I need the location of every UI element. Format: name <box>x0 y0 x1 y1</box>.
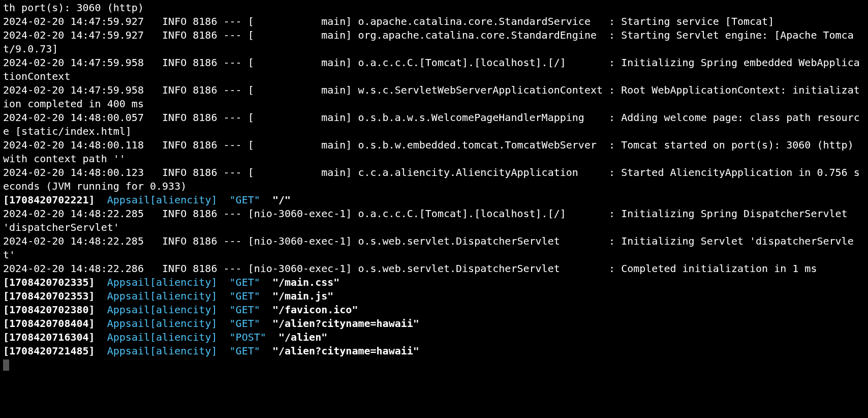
access-log-line: [1708420702353] Appsail[aliencity] "GET"… <box>3 290 333 302</box>
terminal-cursor <box>3 360 9 371</box>
access-log-line: [1708420716304] Appsail[aliencity] "POST… <box>3 331 327 343</box>
log-line: 2024-02-20 14:48:22.285 INFO 8186 --- [n… <box>3 207 854 233</box>
log-line: 2024-02-20 14:47:59.958 INFO 8186 --- [ … <box>3 84 860 110</box>
access-log-line: [1708420702221] Appsail[aliencity] "GET"… <box>3 194 291 206</box>
log-line: 2024-02-20 14:47:59.927 INFO 8186 --- [ … <box>3 15 774 27</box>
access-log-line: [1708420708404] Appsail[aliencity] "GET"… <box>3 317 419 330</box>
terminal-output[interactable]: th port(s): 3060 (http) 2024-02-20 14:47… <box>0 0 868 373</box>
log-line: 2024-02-20 14:48:22.286 INFO 8186 --- [n… <box>3 262 817 275</box>
log-line: 2024-02-20 14:47:59.927 INFO 8186 --- [ … <box>3 29 854 55</box>
log-line: 2024-02-20 14:48:22.285 INFO 8186 --- [n… <box>3 235 854 261</box>
log-line: 2024-02-20 14:48:00.057 INFO 8186 --- [ … <box>3 111 860 137</box>
log-line: 2024-02-20 14:48:00.123 INFO 8186 --- [ … <box>3 166 860 192</box>
access-log-line: [1708420702380] Appsail[aliencity] "GET"… <box>3 304 358 316</box>
log-line: 2024-02-20 14:47:59.958 INFO 8186 --- [ … <box>3 56 860 82</box>
access-log-line: [1708420702335] Appsail[aliencity] "GET"… <box>3 276 339 288</box>
log-line: 2024-02-20 14:48:00.118 INFO 8186 --- [ … <box>3 139 860 165</box>
access-log-line: [1708420721485] Appsail[aliencity] "GET"… <box>3 345 419 357</box>
log-line: th port(s): 3060 (http) <box>3 2 144 14</box>
